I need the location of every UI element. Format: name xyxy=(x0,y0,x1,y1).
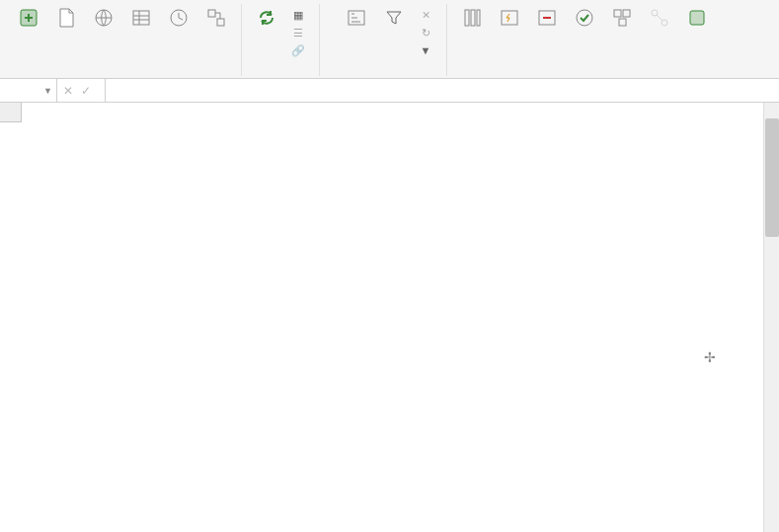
get-data-button[interactable] xyxy=(10,4,47,63)
reapply-filter-button: ↻ xyxy=(415,24,438,41)
validation-icon xyxy=(573,6,596,30)
list-icon: ▦ xyxy=(291,8,305,22)
flash-fill-icon xyxy=(498,6,521,30)
data-model-icon xyxy=(685,6,709,30)
clear-filter-button: ⨯ xyxy=(415,6,438,24)
globe-icon xyxy=(92,6,116,30)
chevron-down-icon: ▼ xyxy=(43,86,52,96)
recent-sources-button[interactable] xyxy=(160,4,197,63)
funnel-icon xyxy=(382,6,406,30)
sort-asc-button[interactable] xyxy=(328,6,336,24)
text-to-columns-button[interactable] xyxy=(453,4,491,63)
ribbon-group-get-transform xyxy=(4,4,242,76)
clear-icon: ⨯ xyxy=(419,8,432,22)
recent-icon xyxy=(167,6,191,30)
svg-rect-3 xyxy=(133,11,149,25)
scrollbar-thumb[interactable] xyxy=(765,118,779,237)
sort-icon xyxy=(345,6,368,30)
svg-rect-15 xyxy=(623,10,630,17)
svg-point-13 xyxy=(577,10,592,26)
advanced-filter-button[interactable]: ▼ xyxy=(415,41,438,59)
edit-links-button: 🔗 xyxy=(287,41,311,59)
link-icon: 🔗 xyxy=(291,43,305,57)
existing-connections-button[interactable] xyxy=(197,4,235,63)
svg-rect-16 xyxy=(619,19,626,26)
refresh-all-button[interactable] xyxy=(248,4,285,63)
manage-data-model-button[interactable] xyxy=(678,4,716,63)
connections-icon xyxy=(204,6,228,30)
svg-rect-8 xyxy=(465,10,469,26)
formula-bar: ▼ ✕ ✓ xyxy=(0,79,779,103)
table-icon xyxy=(129,6,153,30)
formula-enter-button[interactable]: ✓ xyxy=(81,84,91,98)
from-text-csv-button[interactable] xyxy=(47,4,85,63)
filter-button[interactable] xyxy=(375,4,413,63)
consolidate-button[interactable] xyxy=(603,4,641,63)
from-table-range-button[interactable] xyxy=(122,4,160,63)
from-web-button[interactable] xyxy=(85,4,122,63)
sort-button[interactable] xyxy=(338,4,375,63)
svg-rect-6 xyxy=(217,19,224,26)
name-box[interactable]: ▼ xyxy=(0,79,57,102)
get-data-icon xyxy=(17,6,40,30)
data-validation-button[interactable] xyxy=(566,4,603,63)
svg-rect-9 xyxy=(471,10,475,26)
formula-input[interactable] xyxy=(106,79,779,102)
select-all-corner[interactable] xyxy=(0,103,22,122)
relationships-icon xyxy=(648,6,671,30)
remove-duplicates-button[interactable] xyxy=(528,4,566,63)
ribbon-group-data-tools xyxy=(447,4,722,76)
formula-cancel-button[interactable]: ✕ xyxy=(63,84,73,98)
ribbon-group-queries: ▦ ☰ 🔗 xyxy=(242,4,320,76)
cursor-icon: ✢ xyxy=(704,349,716,365)
vertical-scrollbar[interactable] xyxy=(763,103,779,532)
svg-rect-10 xyxy=(477,10,480,26)
file-text-icon xyxy=(54,6,78,30)
ribbon: ▦ ☰ 🔗 ⨯ ↻ ▼ xyxy=(0,0,779,79)
columns-icon xyxy=(460,6,484,30)
properties-icon: ☰ xyxy=(291,26,305,39)
spreadsheet-grid[interactable]: ✢ xyxy=(0,103,779,532)
flash-fill-button[interactable] xyxy=(491,4,528,63)
svg-rect-5 xyxy=(208,10,215,17)
queries-connections-button[interactable]: ▦ xyxy=(287,6,311,24)
advanced-icon: ▼ xyxy=(419,43,432,57)
consolidate-icon xyxy=(610,6,634,30)
svg-rect-14 xyxy=(614,10,621,17)
sort-desc-button[interactable] xyxy=(328,24,336,41)
relationships-button xyxy=(641,4,678,63)
properties-button: ☰ xyxy=(287,24,311,41)
reapply-icon: ↻ xyxy=(419,26,432,39)
ribbon-group-sort-filter: ⨯ ↻ ▼ xyxy=(320,4,447,76)
refresh-icon xyxy=(255,6,278,30)
remove-duplicates-icon xyxy=(535,6,559,30)
svg-rect-19 xyxy=(690,11,704,25)
